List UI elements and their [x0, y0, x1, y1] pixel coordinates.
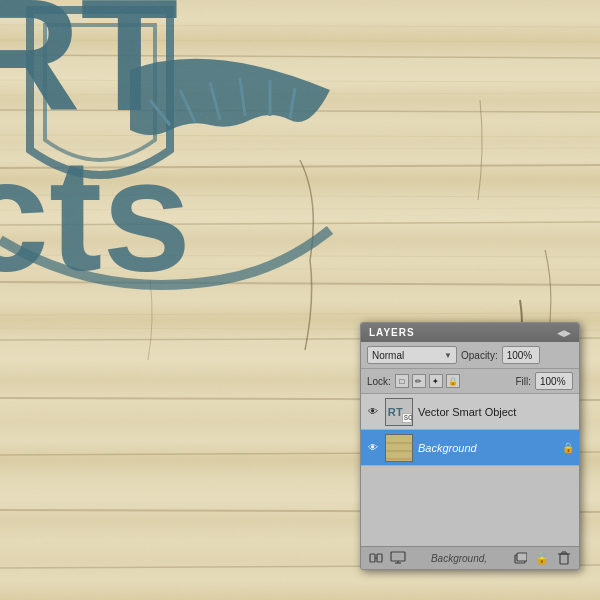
layers-empty-area	[361, 466, 579, 546]
link-icon[interactable]	[367, 551, 385, 565]
lock-image-icon[interactable]: ✏	[412, 374, 426, 388]
lock-bottom-icon[interactable]: 🔒	[533, 551, 551, 565]
svg-rect-38	[370, 554, 375, 562]
panel-collapse-arrows[interactable]: ◀▶	[557, 328, 571, 338]
svg-rect-41	[391, 552, 405, 561]
panel-footer: Background, 🔒	[361, 546, 579, 569]
svg-rect-45	[517, 553, 527, 561]
svg-text:RT: RT	[388, 405, 403, 417]
lock-position-icon[interactable]: ✦	[429, 374, 443, 388]
svg-text:SO: SO	[404, 414, 412, 421]
svg-rect-46	[560, 554, 568, 564]
layer-name-vso: Vector Smart Object	[418, 406, 574, 418]
lock-fill-row: Lock: □ ✏ ✦ 🔒 Fill: 100%	[361, 369, 579, 394]
layer-visibility-vso[interactable]: 👁	[366, 405, 380, 419]
panel-title: LAYERS	[369, 327, 415, 338]
canvas-graphic: RT cts	[0, 0, 390, 370]
fill-value-text: 100%	[540, 376, 566, 387]
lock-transparent-icon[interactable]: □	[395, 374, 409, 388]
blend-mode-dropdown[interactable]: Normal ▼	[367, 346, 457, 364]
layer-item-vso[interactable]: 👁 RT SO Vector Smart Object	[361, 394, 579, 430]
opacity-input[interactable]: 100%	[502, 346, 540, 364]
layer-visibility-background[interactable]: 👁	[366, 441, 380, 455]
layer-item-background[interactable]: 👁 Background 🔒	[361, 430, 579, 466]
layer-name-background: Background	[418, 442, 557, 454]
trash-icon[interactable]	[555, 551, 573, 565]
dropdown-arrow-icon: ▼	[444, 351, 452, 360]
layers-panel: LAYERS ◀▶ Normal ▼ Opacity: 100% Lock: □…	[360, 322, 580, 570]
fill-input[interactable]: 100%	[535, 372, 573, 390]
layer-thumb-background	[385, 434, 413, 462]
fill-label: Fill:	[515, 376, 531, 387]
footer-right-icons: 🔒	[511, 551, 573, 565]
layer-thumb-vso: RT SO	[385, 398, 413, 426]
lock-label: Lock:	[367, 376, 391, 387]
layer-thumb-inner-vso: RT SO	[386, 399, 412, 425]
svg-rect-34	[386, 435, 413, 462]
lock-icons-group: □ ✏ ✦ 🔒	[395, 374, 460, 388]
panel-header: LAYERS ◀▶	[361, 323, 579, 342]
monitor-icon[interactable]	[389, 551, 407, 565]
opacity-value-text: 100%	[507, 350, 533, 361]
svg-rect-39	[377, 554, 382, 562]
new-layer-icon[interactable]	[511, 551, 529, 565]
footer-layer-name: Background,	[431, 553, 487, 564]
blend-mode-value: Normal	[372, 350, 404, 361]
blend-opacity-row: Normal ▼ Opacity: 100%	[361, 342, 579, 369]
layer-lock-icon: 🔒	[562, 442, 574, 453]
layer-thumb-inner-bg	[386, 435, 412, 461]
layers-list: 👁 RT SO Vector Smart Object 👁	[361, 394, 579, 546]
footer-left-icons	[367, 551, 407, 565]
opacity-label: Opacity:	[461, 350, 498, 361]
lock-all-icon[interactable]: 🔒	[446, 374, 460, 388]
